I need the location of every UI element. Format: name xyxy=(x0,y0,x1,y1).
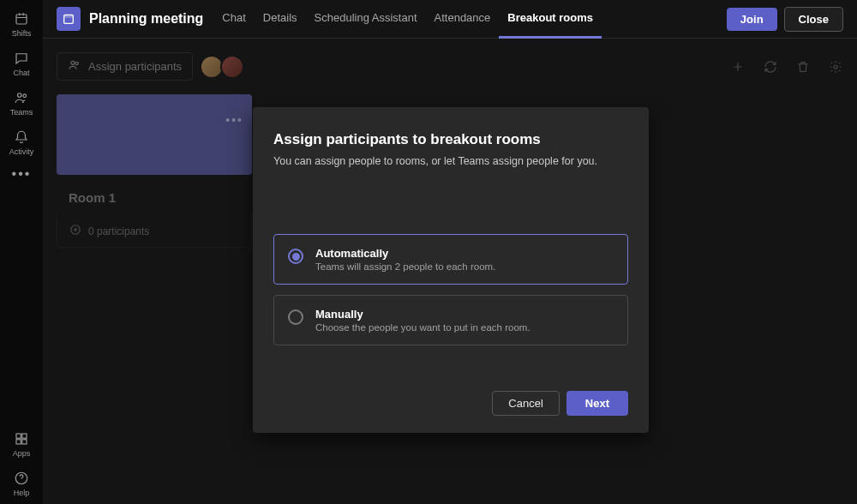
meeting-title: Planning meeting xyxy=(89,11,203,27)
svg-rect-3 xyxy=(16,434,21,438)
option-desc: Teams will assign 2 people to each room. xyxy=(315,261,495,272)
rail-label: Shifts xyxy=(12,29,32,38)
rail-item-chat[interactable]: Chat xyxy=(0,45,43,84)
svg-point-1 xyxy=(18,93,22,98)
svg-point-2 xyxy=(23,94,27,98)
rail-label: Teams xyxy=(10,108,33,117)
modal-actions: Cancel Next xyxy=(273,391,628,416)
meeting-tabs: Chat Details Scheduling Assistant Attend… xyxy=(213,0,602,39)
rail-label: Chat xyxy=(13,69,29,77)
shifts-icon xyxy=(13,10,30,27)
close-button[interactable]: Close xyxy=(784,7,843,32)
rail-label: Activity xyxy=(9,147,34,156)
modal-title: Assign participants to breakout rooms xyxy=(273,131,628,148)
rail-more-icon[interactable]: ••• xyxy=(12,166,32,182)
rail-item-teams[interactable]: Teams xyxy=(0,84,43,123)
rail-label: Apps xyxy=(13,449,31,458)
tab-attendance[interactable]: Attendance xyxy=(426,0,500,39)
svg-rect-9 xyxy=(64,15,74,17)
apps-icon xyxy=(13,430,30,447)
radio-icon xyxy=(288,309,303,325)
chat-icon xyxy=(13,50,30,67)
tab-scheduling-assistant[interactable]: Scheduling Assistant xyxy=(306,0,426,39)
rail-label: Help xyxy=(14,489,30,497)
join-button[interactable]: Join xyxy=(727,8,777,31)
calendar-icon xyxy=(57,7,81,31)
help-icon xyxy=(13,470,30,487)
modal-subtitle: You can assign people to rooms, or let T… xyxy=(273,155,628,167)
svg-rect-0 xyxy=(16,15,27,24)
rail-item-help[interactable]: Help xyxy=(0,465,43,504)
svg-rect-6 xyxy=(22,440,27,444)
assign-options: Automatically Teams will assign 2 people… xyxy=(273,234,628,345)
assign-participants-modal: Assign participants to breakout rooms Yo… xyxy=(253,107,649,433)
svg-rect-4 xyxy=(22,434,27,438)
meeting-header: Planning meeting Chat Details Scheduling… xyxy=(43,0,857,39)
rail-item-shifts[interactable]: Shifts xyxy=(0,5,43,45)
option-automatically[interactable]: Automatically Teams will assign 2 people… xyxy=(273,234,628,285)
rail-item-activity[interactable]: Activity xyxy=(0,123,43,163)
activity-icon xyxy=(13,129,30,146)
svg-rect-5 xyxy=(16,440,21,444)
option-title: Manually xyxy=(315,308,530,321)
next-button[interactable]: Next xyxy=(566,391,628,416)
rail-item-apps[interactable]: Apps xyxy=(0,425,43,465)
app-rail: Shifts Chat Teams Activity ••• Apps Help xyxy=(0,0,43,504)
teams-icon xyxy=(13,89,30,106)
option-desc: Choose the people you want to put in eac… xyxy=(315,322,530,333)
option-title: Automatically xyxy=(315,247,495,260)
option-manually[interactable]: Manually Choose the people you want to p… xyxy=(273,295,628,345)
radio-icon xyxy=(288,249,303,264)
tab-breakout-rooms[interactable]: Breakout rooms xyxy=(499,0,602,39)
tab-chat[interactable]: Chat xyxy=(213,0,254,39)
tab-details[interactable]: Details xyxy=(255,0,306,39)
cancel-button[interactable]: Cancel xyxy=(492,391,559,416)
